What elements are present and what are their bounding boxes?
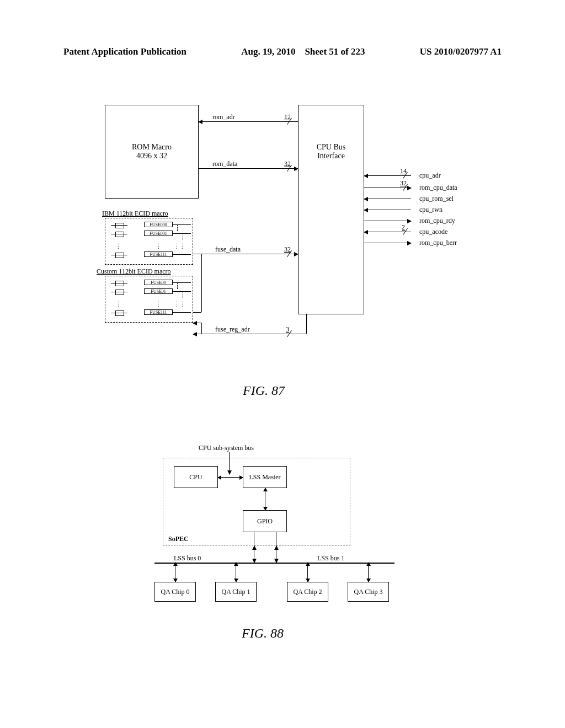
- sopec-label: SoPEC: [168, 535, 189, 543]
- lss-bus-1-label: LSS bus 1: [317, 554, 344, 563]
- header-left: Patent Application Publication: [63, 46, 186, 57]
- qa-chip-2: QA Chip 2: [287, 582, 328, 602]
- qa-chip-1: QA Chip 1: [215, 582, 257, 602]
- fuse-data-signal: [193, 254, 298, 254]
- cpu-rwn-label: cpu_rwn: [419, 206, 443, 214]
- rom-adr-signal: [199, 121, 298, 122]
- figure-88-caption: FIG. 88: [242, 626, 284, 641]
- fuse-data-label: fuse_data: [215, 245, 241, 254]
- custom-ecid-macro: FUSE00 FUSE01 ... ... ... ... FUSE111: [105, 276, 193, 323]
- cpu-bus-interface-block: CPU Bus Interface: [298, 105, 364, 314]
- cpu-lss-link: [218, 477, 243, 478]
- gpio-block: GPIO: [243, 510, 287, 532]
- rom-data-label: rom_data: [212, 160, 237, 168]
- rom-cpu-rdy-label: rom_cpu_rdy: [419, 217, 455, 225]
- slash-icon: [287, 119, 292, 124]
- qa-chip-0: QA Chip 0: [154, 582, 196, 602]
- page-header: Patent Application Publication Aug. 19, …: [63, 46, 502, 57]
- rom-adr-label: rom_adr: [212, 113, 235, 121]
- slash-icon: [287, 165, 292, 171]
- lss-bus-0-label: LSS bus 0: [174, 554, 201, 563]
- cpu-rom-sel-label: cpu_rom_sel: [419, 195, 454, 203]
- lss-bus-1: [273, 563, 395, 564]
- rom-cpu-data-label: rom_cpu_data: [419, 184, 457, 192]
- rom-macro-block: ROM Macro 4096 x 32: [105, 105, 199, 199]
- header-center: Aug. 19, 2010 Sheet 51 of 223: [241, 46, 365, 57]
- cpu-rwn-signal: [364, 210, 411, 210]
- cpu-block: CPU: [174, 466, 218, 488]
- custom-ecid-title: Custom 112bit ECID macro: [97, 267, 171, 276]
- cpu-subsystem-bus-label: CPU sub-system bus: [199, 444, 254, 452]
- rom-cpu-rdy-signal: [364, 221, 411, 221]
- lss-master-block: LSS Master: [243, 466, 287, 488]
- lss-gpio-link: [265, 488, 265, 510]
- cpu-rom-sel-signal: [364, 199, 411, 199]
- cpu-adr-label: cpu_adr: [419, 172, 441, 180]
- figure-87: ROM Macro 4096 x 32 CPU Bus Interface ro…: [102, 105, 499, 375]
- qa-chip-3: QA Chip 3: [348, 582, 389, 602]
- fuse-reg-adr-label: fuse_reg_adr: [215, 325, 250, 334]
- ibm-ecid-macro: FUSE000 FUSE001 ... ... ... ... FUSE111: [105, 218, 193, 265]
- cpu-acode-label: cpu_acode: [419, 228, 447, 236]
- header-right: US 2010/0207977 A1: [420, 46, 502, 57]
- figure-87-caption: FIG. 87: [243, 383, 285, 398]
- ibm-ecid-title: IBM 112bit ECID macro: [102, 210, 168, 218]
- figure-88: SoPEC CPU LSS Master GPIO CPU sub-system…: [163, 444, 395, 598]
- rom-data-signal: [199, 168, 298, 169]
- rom-cpu-berr-signal: [364, 243, 411, 243]
- rom-cpu-berr-label: rom_cpu_berr: [419, 239, 457, 247]
